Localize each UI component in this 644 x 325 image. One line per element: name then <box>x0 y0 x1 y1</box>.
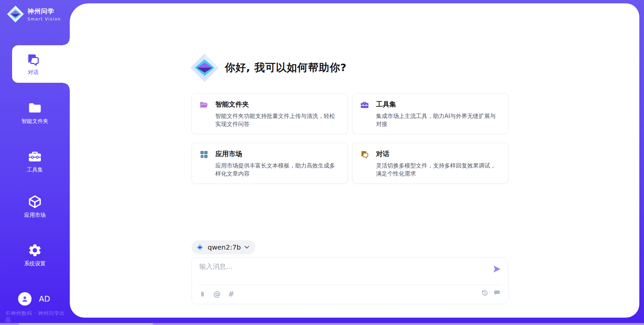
paperclip-icon <box>199 290 206 298</box>
card-title: 对话 <box>376 149 500 158</box>
card-app-market[interactable]: 应用市场 应用市场提供丰富长文本模板，助力高效生成多样化文章内容 <box>192 143 348 184</box>
grid-icon <box>199 150 209 159</box>
message-input[interactable] <box>199 262 484 281</box>
sidebar: 神州问学 Smart Vision 对话 智能文件夹 工具集 <box>0 0 70 325</box>
scrollbar-thumb[interactable] <box>19 323 153 325</box>
folder-open-icon <box>199 100 209 110</box>
sidebar-item-smart-folder[interactable]: 智能文件夹 <box>0 101 70 125</box>
cube-icon <box>28 194 42 209</box>
briefcase-icon <box>360 100 369 110</box>
card-smart-folder[interactable]: 智能文件夹 智能文件夹功能支持批量文件上传与清洗，轻松实现文件问答 <box>192 93 348 134</box>
folder-icon <box>28 101 42 115</box>
copyright-text: ©神州数码 · 神州问学出品 <box>5 310 70 323</box>
diamond-logo-icon <box>196 243 204 251</box>
card-description: 灵活切换多模型文件，支持多样回复效果调试，满足个性化需求 <box>376 161 500 178</box>
briefcase-icon <box>28 149 42 164</box>
hashtag-icon[interactable]: # <box>228 290 234 298</box>
card-title: 工具集 <box>376 100 500 109</box>
mention-icon[interactable]: @ <box>213 290 221 298</box>
brand-subtitle: Smart Vision <box>28 17 61 21</box>
horizontal-scrollbar[interactable] <box>0 323 644 325</box>
feedback-button[interactable] <box>493 289 501 297</box>
send-icon <box>492 264 501 274</box>
tab-corner-fillet-top <box>63 39 70 45</box>
card-description: 应用市场提供丰富长文本模板，助力高效生成多样化文章内容 <box>215 161 339 178</box>
person-icon <box>20 295 29 303</box>
message-composer: @ # <box>192 257 508 304</box>
avatar <box>18 292 32 306</box>
sidebar-item-label: 系统设置 <box>24 260 46 267</box>
chat-icon <box>360 150 369 159</box>
chat-icon <box>26 52 41 67</box>
user-profile[interactable]: AD <box>18 292 50 306</box>
history-icon <box>481 289 488 297</box>
chevron-down-icon <box>245 246 249 249</box>
history-button[interactable] <box>481 289 488 297</box>
greeting-title: 你好, 我可以如何帮助你? <box>225 61 347 75</box>
sidebar-item-label: 对话 <box>28 69 39 76</box>
card-title: 应用市场 <box>215 149 339 158</box>
model-selector[interactable]: qwen2:7b <box>192 240 255 254</box>
chat-bubble-icon <box>493 289 501 297</box>
send-button[interactable] <box>492 264 501 274</box>
card-description: 智能文件夹功能支持批量文件上传与清洗，轻松实现文件问答 <box>215 112 339 128</box>
diamond-logo-icon <box>190 53 219 82</box>
attachment-button[interactable] <box>199 290 206 298</box>
sidebar-item-app-market[interactable]: 应用市场 <box>0 194 70 219</box>
sidebar-item-chat[interactable]: 对话 <box>12 45 70 83</box>
sidebar-item-toolset[interactable]: 工具集 <box>0 149 70 174</box>
card-description: 集成市场上主流工具，助力AI与外界无缝扩展与对接 <box>376 112 500 128</box>
user-name: AD <box>39 295 50 303</box>
feature-cards: 智能文件夹 智能文件夹功能支持批量文件上传与清洗，轻松实现文件问答 工具集 集成… <box>192 93 508 184</box>
composer-actions <box>481 289 501 297</box>
brand-name: 神州问学 <box>28 7 61 16</box>
composer-tools: @ # <box>199 288 234 300</box>
gear-icon <box>28 243 42 258</box>
brand: 神州问学 Smart Vision <box>7 5 61 23</box>
brand-diamond-logo-icon <box>7 5 24 23</box>
card-chat[interactable]: 对话 灵活切换多模型文件，支持多样回复效果调试，满足个性化需求 <box>352 143 508 184</box>
sidebar-item-label: 工具集 <box>27 167 43 174</box>
tab-corner-fillet-bottom <box>63 83 70 89</box>
card-title: 智能文件夹 <box>215 100 339 109</box>
model-name: qwen2:7b <box>208 243 241 251</box>
main-panel: 你好, 我可以如何帮助你? 智能文件夹 智能文件夹功能支持批量文件上传与清洗，轻… <box>70 3 639 318</box>
greeting-row: 你好, 我可以如何帮助你? <box>190 53 347 82</box>
sidebar-item-label: 应用市场 <box>24 212 46 219</box>
sidebar-item-label: 智能文件夹 <box>21 118 48 125</box>
sidebar-item-settings[interactable]: 系统设置 <box>0 243 70 267</box>
composer-divider <box>199 285 501 285</box>
card-toolset[interactable]: 工具集 集成市场上主流工具，助力AI与外界无缝扩展与对接 <box>352 93 508 134</box>
